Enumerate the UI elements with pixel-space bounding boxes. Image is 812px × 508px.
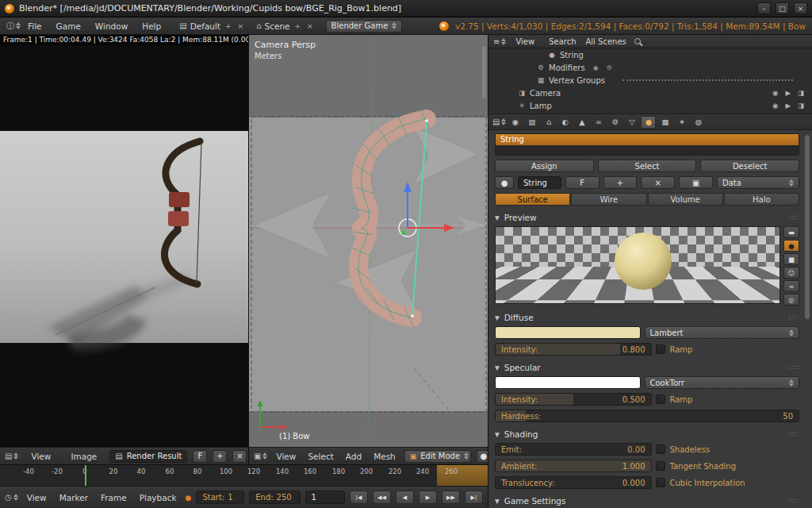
material-type-wire[interactable]: Wire <box>571 193 646 206</box>
new-material-button[interactable]: + <box>603 176 638 189</box>
renderability-camera-icon[interactable]: ◨ <box>798 102 804 110</box>
screen-layout-selector[interactable]: ▤ Default + × <box>179 21 245 31</box>
add-scene-button[interactable]: + <box>293 22 303 30</box>
viewport-editor-icon[interactable]: ▣ <box>254 452 267 460</box>
image-datablock-field[interactable]: ▤ Render Result <box>109 450 187 463</box>
end-frame-field[interactable]: End: 250 <box>249 491 300 504</box>
search-icon[interactable] <box>634 38 641 44</box>
unlink-material-button[interactable]: × <box>641 176 675 189</box>
auto-keyframe-record-icon[interactable]: ● <box>186 494 192 502</box>
current-frame-indicator[interactable] <box>85 465 86 487</box>
visibility-eye-icon[interactable]: ◉ <box>772 89 778 97</box>
outliner-display-dropdown[interactable]: All Scenes <box>585 37 626 46</box>
minimize-button[interactable]: – <box>757 2 771 14</box>
jump-end-button[interactable]: ▶| <box>465 491 483 504</box>
scene-selector[interactable]: ⌂ Scene + × <box>256 21 314 31</box>
preview-sphere-button[interactable]: ● <box>783 240 799 252</box>
prev-keyframe-button[interactable]: ◀◀ <box>373 491 391 504</box>
fake-user-button[interactable]: F <box>565 176 599 189</box>
menu-mesh[interactable]: Mesh <box>370 452 399 461</box>
render-engine-dropdown[interactable]: Blender Game <box>326 20 402 33</box>
play-button[interactable]: ▶ <box>419 491 437 504</box>
menu-view[interactable]: View <box>511 37 539 46</box>
tab-scene[interactable]: ⌂ <box>541 116 556 129</box>
material-name-field[interactable]: String <box>518 176 561 189</box>
mode-dropdown[interactable]: ▣ Edit Mode <box>404 450 471 463</box>
renderability-camera-icon[interactable]: ◨ <box>798 89 804 97</box>
material-type-volume[interactable]: Volume <box>648 193 723 206</box>
tab-constraints[interactable]: ∞ <box>591 116 606 129</box>
tab-render[interactable]: ◉ <box>508 116 523 129</box>
menu-add[interactable]: Add <box>343 452 365 461</box>
current-frame-field[interactable]: 1 <box>305 491 345 504</box>
menu-file[interactable]: File <box>21 21 49 31</box>
menu-frame[interactable]: Frame <box>97 493 131 502</box>
diffuse-ramp-checkbox[interactable] <box>656 344 665 354</box>
material-link-dropdown[interactable]: Data <box>717 176 799 189</box>
material-type-surface[interactable]: Surface <box>495 193 570 206</box>
outliner-item-camera[interactable]: ◨ Camera ◉ ▶ ◨ <box>488 87 812 99</box>
play-reverse-button[interactable]: ◀ <box>396 491 414 504</box>
close-button[interactable]: × <box>794 2 807 14</box>
deselect-button[interactable]: Deselect <box>700 160 799 172</box>
add-layout-button[interactable]: + <box>224 22 233 30</box>
ambient-slider[interactable]: Ambient: 1.000 <box>495 460 652 472</box>
tab-render-layers[interactable]: ▤ <box>524 116 539 129</box>
outliner-editor-icon[interactable]: ≡ <box>493 37 506 46</box>
layout-name[interactable]: Default <box>190 21 220 31</box>
scene-name[interactable]: Scene <box>264 21 289 31</box>
tab-texture[interactable]: ▦ <box>657 116 672 129</box>
preview-world-button[interactable]: ◎ <box>783 294 799 306</box>
specular-panel-header[interactable]: ▼ Specular ∷∷ <box>495 363 799 372</box>
preview-monkey-button[interactable]: ☺ <box>783 267 799 279</box>
viewport-scrollbar[interactable] <box>482 46 486 98</box>
tab-object-data[interactable]: ▽ <box>624 116 639 129</box>
browse-material-button[interactable]: ● <box>495 176 514 189</box>
specular-color-swatch[interactable] <box>495 376 641 389</box>
preview-hair-button[interactable]: ≈ <box>783 280 799 292</box>
tab-world[interactable]: ◐ <box>557 116 573 129</box>
shadeless-checkbox[interactable] <box>656 444 665 454</box>
image-editor[interactable]: Frame:1 | Time:00:04.49 | Ve:3424 Fa:405… <box>0 35 248 464</box>
emit-slider[interactable]: Emit: 0.00 <box>495 443 652 456</box>
delete-scene-button[interactable]: × <box>305 22 315 30</box>
unlink-image-button[interactable]: × <box>232 450 247 463</box>
properties-editor-icon[interactable]: ▤ <box>492 117 506 126</box>
new-image-button[interactable]: + <box>213 450 227 463</box>
specular-intensity-slider[interactable]: Intensity: 0.500 <box>495 393 652 406</box>
outliner-item-string[interactable]: ● String <box>488 48 812 61</box>
modifier-edit-toggle-icon[interactable]: ⚙ <box>607 64 612 71</box>
outliner-item-modifiers[interactable]: ⚙ Modifiers ◉ ⚙ <box>488 61 812 74</box>
tangent-shading-checkbox[interactable] <box>656 461 665 471</box>
diffuse-intensity-slider[interactable]: Intensity: 0.800 <box>495 343 652 356</box>
menu-view[interactable]: View <box>24 452 58 461</box>
game-settings-panel-header[interactable]: ▼ Game Settings ∷∷ <box>495 496 799 506</box>
translucency-slider[interactable]: Translucency: 0.000 <box>495 476 652 489</box>
select-button[interactable]: Select <box>598 160 697 172</box>
delete-layout-button[interactable]: × <box>236 22 246 30</box>
menu-select[interactable]: Select <box>304 452 336 461</box>
tab-material[interactable]: ● <box>641 116 656 129</box>
properties-editor[interactable]: ▤ ◉ ▤ ⌂ ◐ ▲ ∞ ⚙ ▽ ● ▦ ✶ ◍ String Assign … <box>488 114 812 508</box>
specular-ramp-checkbox[interactable] <box>656 394 665 404</box>
tab-physics[interactable]: ◍ <box>691 116 706 129</box>
viewport-3d[interactable]: Camera Persp Meters (1) Bow <box>248 35 488 464</box>
hardness-slider[interactable]: Hardness: 50 <box>495 410 799 422</box>
menu-view[interactable]: View <box>273 452 299 461</box>
material-slot-selected[interactable]: String <box>496 134 799 145</box>
diffuse-color-swatch[interactable] <box>495 326 641 339</box>
diffuse-shader-dropdown[interactable]: Lambert <box>645 326 800 339</box>
assign-button[interactable]: Assign <box>495 160 594 172</box>
nodes-button[interactable]: ▣ <box>679 176 713 189</box>
menu-image[interactable]: Image <box>63 452 104 461</box>
preview-flat-button[interactable]: ▬ <box>783 226 799 238</box>
outliner-editor[interactable]: ≡ View Search All Scenes ● String ⚙ Modi… <box>488 35 812 114</box>
modifier-render-toggle-icon[interactable]: ◉ <box>593 64 599 71</box>
fake-user-button[interactable]: F <box>193 450 207 463</box>
menu-search[interactable]: Search <box>544 37 580 46</box>
outliner-item-vertex-groups[interactable]: ▦ Vertex Groups <box>488 74 812 87</box>
cubic-interpolation-checkbox[interactable] <box>656 478 665 487</box>
material-slot-empty[interactable] <box>496 145 799 156</box>
shading-panel-header[interactable]: ▼ Shading ∷∷ <box>495 429 799 439</box>
next-keyframe-button[interactable]: ▶▶ <box>442 491 460 504</box>
